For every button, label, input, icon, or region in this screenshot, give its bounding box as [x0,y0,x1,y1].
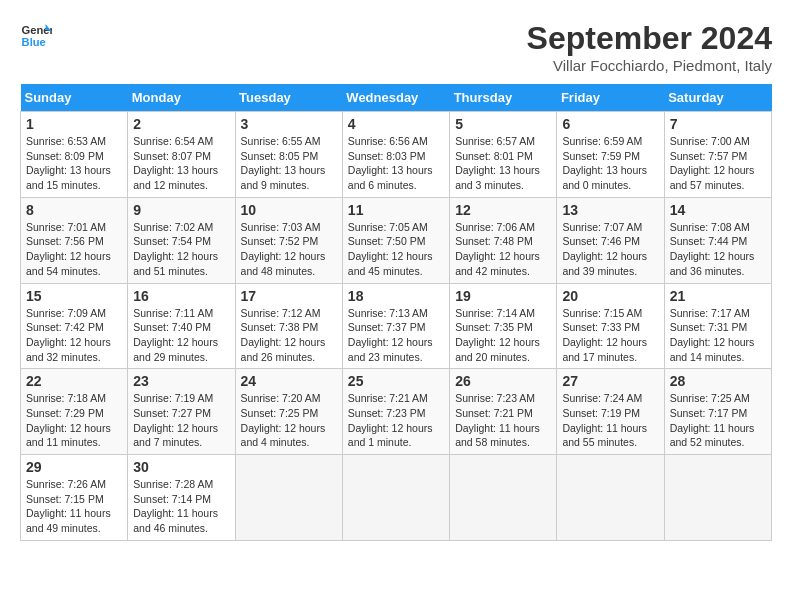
day-number: 18 [348,288,444,304]
day-cell: 21 Sunrise: 7:17 AM Sunset: 7:31 PM Dayl… [664,283,771,369]
sunrise-label: Sunrise: 7:15 AM [562,307,642,319]
sunrise-label: Sunrise: 7:05 AM [348,221,428,233]
day-cell: 24 Sunrise: 7:20 AM Sunset: 7:25 PM Dayl… [235,369,342,455]
day-cell: 13 Sunrise: 7:07 AM Sunset: 7:46 PM Dayl… [557,197,664,283]
day-number: 19 [455,288,551,304]
daylight-label: Daylight: 12 hours and 23 minutes. [348,336,433,363]
day-number: 13 [562,202,658,218]
svg-text:Blue: Blue [22,36,46,48]
sunrise-label: Sunrise: 7:09 AM [26,307,106,319]
sunrise-label: Sunrise: 7:20 AM [241,392,321,404]
day-info: Sunrise: 7:11 AM Sunset: 7:40 PM Dayligh… [133,306,229,365]
day-info: Sunrise: 7:06 AM Sunset: 7:48 PM Dayligh… [455,220,551,279]
day-cell: 20 Sunrise: 7:15 AM Sunset: 7:33 PM Dayl… [557,283,664,369]
daylight-label: Daylight: 12 hours and 48 minutes. [241,250,326,277]
day-info: Sunrise: 7:23 AM Sunset: 7:21 PM Dayligh… [455,391,551,450]
page-header: General Blue September 2024 Villar Focch… [20,20,772,74]
daylight-label: Daylight: 11 hours and 58 minutes. [455,422,540,449]
header-thursday: Thursday [450,84,557,112]
day-cell: 16 Sunrise: 7:11 AM Sunset: 7:40 PM Dayl… [128,283,235,369]
sunset-label: Sunset: 7:38 PM [241,321,319,333]
day-cell: 28 Sunrise: 7:25 AM Sunset: 7:17 PM Dayl… [664,369,771,455]
day-number: 23 [133,373,229,389]
day-info: Sunrise: 7:12 AM Sunset: 7:38 PM Dayligh… [241,306,337,365]
day-number: 6 [562,116,658,132]
header-friday: Friday [557,84,664,112]
sunset-label: Sunset: 8:09 PM [26,150,104,162]
sunrise-label: Sunrise: 7:26 AM [26,478,106,490]
day-number: 7 [670,116,766,132]
sunset-label: Sunset: 7:14 PM [133,493,211,505]
sunrise-label: Sunrise: 7:18 AM [26,392,106,404]
day-info: Sunrise: 7:21 AM Sunset: 7:23 PM Dayligh… [348,391,444,450]
day-number: 10 [241,202,337,218]
daylight-label: Daylight: 12 hours and 39 minutes. [562,250,647,277]
day-info: Sunrise: 7:01 AM Sunset: 7:56 PM Dayligh… [26,220,122,279]
sunset-label: Sunset: 8:05 PM [241,150,319,162]
sunrise-label: Sunrise: 7:01 AM [26,221,106,233]
day-cell: 22 Sunrise: 7:18 AM Sunset: 7:29 PM Dayl… [21,369,128,455]
sunset-label: Sunset: 7:23 PM [348,407,426,419]
daylight-label: Daylight: 13 hours and 9 minutes. [241,164,326,191]
daylight-label: Daylight: 13 hours and 15 minutes. [26,164,111,191]
day-cell: 18 Sunrise: 7:13 AM Sunset: 7:37 PM Dayl… [342,283,449,369]
day-number: 22 [26,373,122,389]
day-info: Sunrise: 6:59 AM Sunset: 7:59 PM Dayligh… [562,134,658,193]
sunrise-label: Sunrise: 7:25 AM [670,392,750,404]
sunrise-label: Sunrise: 7:07 AM [562,221,642,233]
daylight-label: Daylight: 12 hours and 32 minutes. [26,336,111,363]
day-number: 20 [562,288,658,304]
day-info: Sunrise: 6:56 AM Sunset: 8:03 PM Dayligh… [348,134,444,193]
sunset-label: Sunset: 7:52 PM [241,235,319,247]
day-info: Sunrise: 7:00 AM Sunset: 7:57 PM Dayligh… [670,134,766,193]
daylight-label: Daylight: 11 hours and 46 minutes. [133,507,218,534]
day-info: Sunrise: 7:19 AM Sunset: 7:27 PM Dayligh… [133,391,229,450]
daylight-label: Daylight: 11 hours and 52 minutes. [670,422,755,449]
sunrise-label: Sunrise: 7:08 AM [670,221,750,233]
day-number: 11 [348,202,444,218]
day-number: 16 [133,288,229,304]
day-info: Sunrise: 7:15 AM Sunset: 7:33 PM Dayligh… [562,306,658,365]
sunset-label: Sunset: 7:40 PM [133,321,211,333]
day-number: 12 [455,202,551,218]
day-number: 30 [133,459,229,475]
day-number: 1 [26,116,122,132]
day-cell: 5 Sunrise: 6:57 AM Sunset: 8:01 PM Dayli… [450,112,557,198]
sunrise-label: Sunrise: 7:11 AM [133,307,213,319]
daylight-label: Daylight: 12 hours and 54 minutes. [26,250,111,277]
sunrise-label: Sunrise: 7:17 AM [670,307,750,319]
empty-day-cell [235,455,342,541]
daylight-label: Daylight: 12 hours and 29 minutes. [133,336,218,363]
daylight-label: Daylight: 12 hours and 11 minutes. [26,422,111,449]
day-info: Sunrise: 7:14 AM Sunset: 7:35 PM Dayligh… [455,306,551,365]
sunset-label: Sunset: 7:42 PM [26,321,104,333]
calendar-week-row: 8 Sunrise: 7:01 AM Sunset: 7:56 PM Dayli… [21,197,772,283]
day-info: Sunrise: 7:20 AM Sunset: 7:25 PM Dayligh… [241,391,337,450]
sunset-label: Sunset: 7:44 PM [670,235,748,247]
empty-day-cell [342,455,449,541]
day-number: 3 [241,116,337,132]
sunset-label: Sunset: 7:19 PM [562,407,640,419]
sunrise-label: Sunrise: 7:12 AM [241,307,321,319]
sunrise-label: Sunrise: 7:23 AM [455,392,535,404]
daylight-label: Daylight: 11 hours and 49 minutes. [26,507,111,534]
empty-day-cell [450,455,557,541]
header-wednesday: Wednesday [342,84,449,112]
header-sunday: Sunday [21,84,128,112]
daylight-label: Daylight: 12 hours and 57 minutes. [670,164,755,191]
day-info: Sunrise: 7:24 AM Sunset: 7:19 PM Dayligh… [562,391,658,450]
calendar-table: Sunday Monday Tuesday Wednesday Thursday… [20,84,772,541]
sunset-label: Sunset: 8:07 PM [133,150,211,162]
daylight-label: Daylight: 12 hours and 20 minutes. [455,336,540,363]
daylight-label: Daylight: 12 hours and 51 minutes. [133,250,218,277]
day-cell: 3 Sunrise: 6:55 AM Sunset: 8:05 PM Dayli… [235,112,342,198]
daylight-label: Daylight: 13 hours and 12 minutes. [133,164,218,191]
day-cell: 8 Sunrise: 7:01 AM Sunset: 7:56 PM Dayli… [21,197,128,283]
sunset-label: Sunset: 7:50 PM [348,235,426,247]
svg-text:General: General [22,24,52,36]
sunset-label: Sunset: 7:59 PM [562,150,640,162]
day-number: 5 [455,116,551,132]
sunset-label: Sunset: 7:57 PM [670,150,748,162]
day-cell: 4 Sunrise: 6:56 AM Sunset: 8:03 PM Dayli… [342,112,449,198]
sunrise-label: Sunrise: 6:53 AM [26,135,106,147]
